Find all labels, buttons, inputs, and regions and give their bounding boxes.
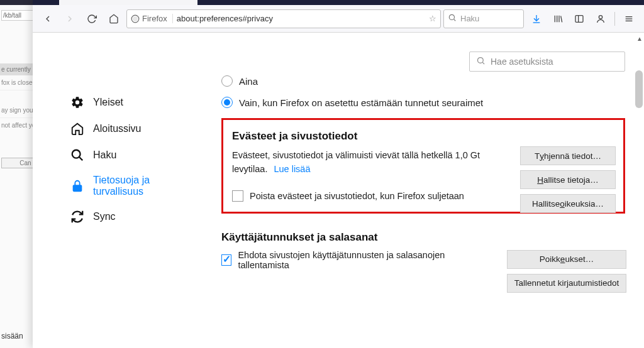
settings-tab-icon (64, 0, 73, 2)
preferences-content: ▲ Hae asetuksista Yleiset Aloitussivu (33, 33, 644, 348)
identity-box[interactable]: Firefox (131, 14, 173, 23)
remember-passwords-checkbox[interactable] (221, 254, 231, 266)
scroll-up-arrow[interactable]: ▲ (636, 35, 643, 42)
sync-icon (70, 210, 84, 224)
menu-button[interactable] (619, 9, 639, 28)
account-button[interactable] (591, 9, 611, 28)
svg-point-18 (72, 150, 80, 158)
logins-title: Käyttäjätunnukset ja salasanat (221, 231, 625, 244)
svg-line-19 (79, 157, 83, 161)
exceptions-button[interactable]: Poikkeukset… (507, 250, 626, 269)
search-placeholder: Haku (460, 14, 479, 23)
library-button[interactable] (548, 9, 568, 28)
downloads-button[interactable] (526, 9, 547, 28)
nav-label: Haku (93, 150, 116, 161)
nav-label: Sync (93, 211, 116, 222)
delete-on-close-checkbox[interactable] (232, 190, 243, 202)
search-bar[interactable]: Haku (443, 9, 524, 28)
cookies-body: Evästeet, sivustotiedot ja välimuisti vi… (232, 149, 502, 177)
radio-always[interactable] (221, 75, 233, 87)
url-bar[interactable]: Firefox about:preferences#privacy ☆ (126, 9, 441, 28)
radio-always-label: Aina (239, 76, 258, 87)
search-icon (448, 13, 457, 24)
forward-button[interactable] (60, 9, 79, 28)
saved-logins-button[interactable]: Tallennetut kirjautumistiedot (507, 274, 626, 293)
firefox-window: Asetukset × Firefox about:preferences#pr… (33, 0, 644, 348)
search-icon (70, 148, 84, 162)
delete-on-close-label: Poista evästeet ja sivustotiedot, kun Fi… (250, 191, 464, 201)
preferences-nav: Yleiset Aloitussivu Haku Tietosuoja ja t… (70, 89, 190, 230)
nav-privacy[interactable]: Tietosuoja ja turvallisuus (70, 168, 190, 204)
tab-close-button[interactable]: × (187, 0, 192, 1)
svg-point-2 (449, 14, 454, 19)
manage-data-button[interactable]: Hallitse tietoja… (520, 170, 616, 189)
radio-only-blocking-label: Vain, kun Firefox on asetettu estämään t… (239, 97, 483, 108)
toolbar: Firefox about:preferences#privacy ☆ Haku (33, 5, 644, 33)
gear-icon (70, 95, 84, 109)
sidebar-button[interactable] (569, 9, 589, 28)
nav-search[interactable]: Haku (70, 142, 190, 168)
bookmark-star-icon[interactable]: ☆ (429, 14, 436, 23)
svg-line-17 (482, 62, 484, 64)
search-icon (476, 56, 486, 67)
radio-always-row[interactable]: Aina (221, 75, 625, 87)
home-icon (70, 122, 84, 136)
nav-label: Aloitussivu (93, 123, 141, 134)
radio-only-blocking-row[interactable]: Vain, kun Firefox on asetettu estämään t… (221, 97, 625, 108)
tab-title: Asetukset (77, 0, 121, 2)
cookies-title: Evästeet ja sivustotiedot (232, 130, 614, 143)
search-settings-placeholder: Hae asetuksista (491, 57, 553, 67)
identity-label: Firefox (142, 14, 167, 23)
remember-passwords-label: Ehdota sivustojen käyttäjätunnusten ja s… (238, 250, 473, 270)
learn-more-link[interactable]: Lue lisää (274, 164, 310, 174)
lock-icon (70, 179, 84, 193)
svg-point-12 (599, 15, 602, 18)
radio-only-blocking[interactable] (221, 97, 233, 108)
manage-permissions-button[interactable]: Hallitse oikeuksia… (520, 194, 616, 213)
nav-general[interactable]: Yleiset (70, 89, 190, 116)
remember-passwords-row[interactable]: Ehdota sivustojen käyttäjätunnusten ja s… (221, 250, 473, 270)
home-button[interactable] (104, 9, 124, 28)
svg-point-16 (478, 58, 484, 63)
nav-sync[interactable]: Sync (70, 204, 190, 230)
privacy-panel: Aina Vain, kun Firefox on asetettu estäm… (221, 70, 625, 270)
logins-section: Käyttäjätunnukset ja salasanat Ehdota si… (221, 231, 625, 270)
svg-line-9 (561, 16, 562, 22)
cookies-section-highlight: Evästeet ja sivustotiedot Evästeet, sivu… (221, 118, 625, 214)
vertical-scrollbar[interactable] (635, 70, 643, 108)
svg-line-3 (454, 19, 456, 21)
clear-data-button[interactable]: Tyhjennä tiedot… (520, 146, 616, 165)
tab-strip: Asetukset × (33, 0, 644, 5)
search-settings-input[interactable]: Hae asetuksista (469, 52, 625, 72)
nav-label: Yleiset (93, 97, 123, 108)
toolbar-separator (614, 12, 615, 26)
back-button[interactable] (38, 9, 57, 28)
tab-settings[interactable]: Asetukset × (59, 0, 197, 5)
reload-button[interactable] (82, 9, 102, 28)
svg-rect-10 (575, 15, 583, 22)
nav-home[interactable]: Aloitussivu (70, 116, 190, 142)
nav-label: Tietosuoja ja turvallisuus (93, 175, 190, 197)
url-text: about:preferences#privacy (177, 14, 425, 23)
